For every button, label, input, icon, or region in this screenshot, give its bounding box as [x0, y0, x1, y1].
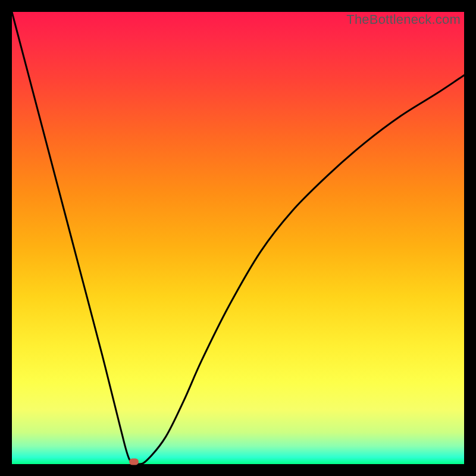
optimal-point-marker [129, 459, 139, 465]
axis-left-border [0, 0, 12, 476]
plot-area: TheBottleneck.com [12, 12, 464, 464]
watermark-text: TheBottleneck.com [346, 12, 461, 27]
chart-frame: TheBottleneck.com [0, 0, 476, 476]
bottleneck-curve [12, 12, 464, 464]
axis-bottom-border [0, 464, 476, 476]
